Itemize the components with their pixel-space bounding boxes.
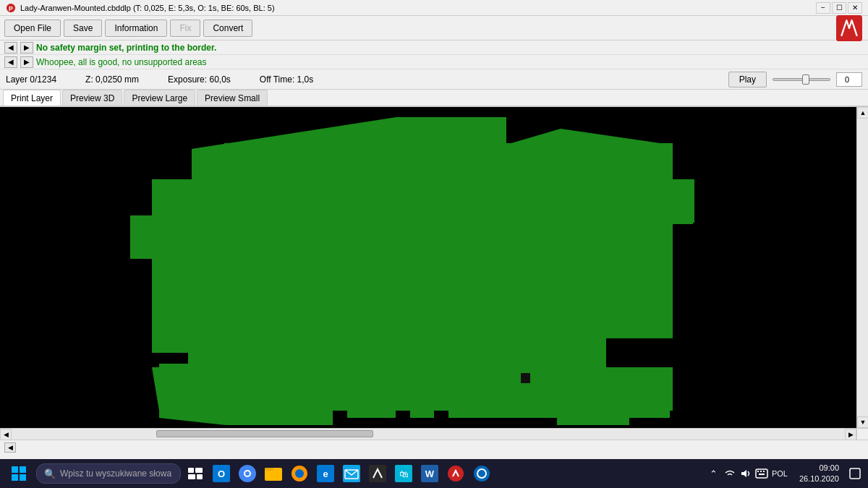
mail-icon[interactable] xyxy=(340,461,363,487)
svg-rect-4 xyxy=(20,466,26,473)
svg-rect-6 xyxy=(20,474,26,481)
scroll-thumb-horizontal[interactable] xyxy=(156,430,373,437)
tab-preview-small[interactable]: Preview Small xyxy=(197,90,268,106)
close-button[interactable]: ✕ xyxy=(848,2,862,14)
scroll-track-horizontal[interactable] xyxy=(12,429,845,440)
niresh-icon[interactable] xyxy=(366,461,389,487)
svg-point-13 xyxy=(239,465,256,482)
info-bar: Layer 0/1234 Z: 0,0250 mm Exposure: 60,0… xyxy=(0,69,868,90)
svg-rect-23 xyxy=(345,470,358,479)
tab-preview-3d[interactable]: Preview 3D xyxy=(62,90,122,106)
tab-preview-large[interactable]: Preview Large xyxy=(124,90,195,106)
tray-icons: ⌃ xyxy=(704,461,792,487)
svg-text:O: O xyxy=(218,468,225,479)
svg-text:e: e xyxy=(323,468,328,479)
off-time-info: Off Time: 1,0s xyxy=(260,74,313,85)
svg-rect-22 xyxy=(343,465,360,482)
chevron-icon[interactable]: ⌃ xyxy=(707,461,721,487)
toolbar: Open File Save Information Fix Convert xyxy=(0,16,868,40)
svg-text:P: P xyxy=(9,4,13,12)
search-placeholder-text: Wpisz tu wyszukiwane słowa xyxy=(60,468,171,479)
play-button[interactable]: Play xyxy=(728,72,767,87)
nav-next-1[interactable]: ▶ xyxy=(20,42,33,53)
scroll-track-vertical[interactable] xyxy=(857,119,868,416)
language-indicator[interactable]: POL xyxy=(770,469,789,478)
svg-text:🛍: 🛍 xyxy=(399,468,409,479)
scroll-left-arrow[interactable]: ◀ xyxy=(0,429,12,440)
layer-info: Layer 0/1234 xyxy=(6,74,56,85)
svg-rect-36 xyxy=(759,474,765,475)
system-clock[interactable]: 09:00 26.10.2020 xyxy=(795,463,843,485)
nav-row: ◀ xyxy=(0,440,868,454)
exposure-info: Exposure: 60,0s xyxy=(168,74,231,85)
status-text-1: No safety margin set, printing to the bo… xyxy=(36,43,216,53)
svg-rect-34 xyxy=(760,471,762,472)
canvas-wrapper: ▲ ▼ ◀ ▶ xyxy=(0,107,868,440)
scroll-corner xyxy=(856,428,868,440)
svg-rect-25 xyxy=(395,465,412,482)
canvas-area xyxy=(0,107,856,428)
svg-rect-17 xyxy=(265,468,273,471)
fix-button: Fix xyxy=(170,20,200,37)
svg-point-14 xyxy=(244,470,251,477)
svg-rect-24 xyxy=(369,465,386,482)
edge-icon[interactable]: e xyxy=(314,461,337,487)
photon-icon[interactable] xyxy=(444,461,467,487)
frame-spinbox[interactable] xyxy=(836,72,862,87)
status-bar-1: ◀ ▶ No safety margin set, printing to th… xyxy=(0,40,868,55)
app-logo xyxy=(836,15,862,41)
title-bar: P Lady-Aranwen-Mounted.cbddlp (T: 0,025,… xyxy=(0,0,868,16)
save-button[interactable]: Save xyxy=(64,20,102,37)
z-info: Z: 0,0250 mm xyxy=(85,74,139,85)
firefox-icon[interactable] xyxy=(288,461,311,487)
scroll-right-arrow[interactable]: ▶ xyxy=(845,429,856,440)
status-bar-2: ◀ ▶ Whoopee, all is good, no unsupported… xyxy=(0,55,868,69)
svg-rect-27 xyxy=(421,465,438,482)
convert-button[interactable]: Convert xyxy=(203,20,252,37)
svg-rect-11 xyxy=(213,465,230,482)
svg-rect-37 xyxy=(850,468,860,479)
app-icon: P xyxy=(6,3,16,13)
notification-icon xyxy=(849,468,861,479)
word-icon[interactable]: W xyxy=(418,461,441,487)
store-icon[interactable]: 🛍 xyxy=(392,461,415,487)
svg-point-15 xyxy=(245,471,250,476)
minimize-button[interactable]: − xyxy=(816,2,830,14)
svg-point-29 xyxy=(448,466,464,481)
open-file-button[interactable]: Open File xyxy=(4,20,61,37)
task-view-icon xyxy=(188,468,203,479)
outlook-icon[interactable]: O xyxy=(210,461,233,487)
nav-left-arrow[interactable]: ◀ xyxy=(4,442,16,453)
explorer-icon[interactable] xyxy=(262,461,285,487)
cortana-icon[interactable] xyxy=(470,461,493,487)
volume-icon[interactable] xyxy=(739,461,753,487)
speed-slider-thumb[interactable] xyxy=(802,74,809,85)
information-button[interactable]: Information xyxy=(105,20,167,37)
svg-rect-20 xyxy=(317,465,334,482)
search-bar[interactable]: 🔍 Wpisz tu wyszukiwane słowa xyxy=(36,463,181,484)
svg-point-19 xyxy=(295,469,304,478)
svg-point-18 xyxy=(292,466,307,481)
start-button[interactable] xyxy=(4,461,33,487)
network-icon[interactable] xyxy=(723,461,737,487)
svg-rect-10 xyxy=(197,474,203,479)
chrome-icon[interactable] xyxy=(236,461,259,487)
notification-button[interactable] xyxy=(846,461,864,487)
keyboard-icon[interactable] xyxy=(754,461,769,487)
nav-next-2[interactable]: ▶ xyxy=(20,56,33,68)
scroll-up-arrow[interactable]: ▲ xyxy=(857,107,868,119)
svg-rect-8 xyxy=(195,468,203,473)
nav-prev-2[interactable]: ◀ xyxy=(4,56,17,68)
maximize-button[interactable]: ☐ xyxy=(832,2,846,14)
svg-rect-9 xyxy=(188,474,195,479)
tabs-bar: Print Layer Preview 3D Preview Large Pre… xyxy=(0,90,868,107)
scroll-down-arrow[interactable]: ▼ xyxy=(857,416,868,428)
tab-print-layer[interactable]: Print Layer xyxy=(3,90,61,106)
svg-rect-16 xyxy=(265,468,282,481)
search-icon: 🔍 xyxy=(44,468,56,479)
svg-point-31 xyxy=(477,469,486,478)
taskbar: 🔍 Wpisz tu wyszukiwane słowa O xyxy=(0,459,868,488)
svg-rect-5 xyxy=(12,474,18,481)
task-view-button[interactable] xyxy=(184,461,207,487)
nav-prev-1[interactable]: ◀ xyxy=(4,42,17,53)
